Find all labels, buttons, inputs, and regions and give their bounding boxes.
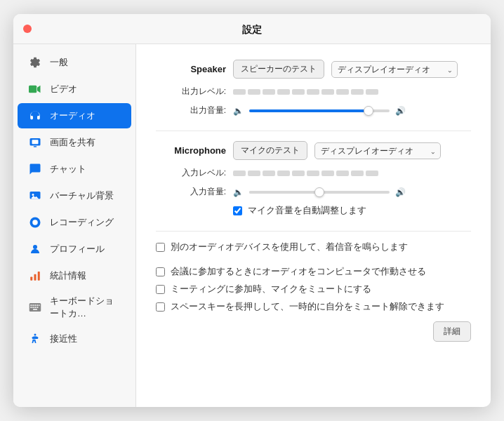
output-level-row: 出力レベル: [156, 86, 471, 98]
svg-rect-21 [37, 307, 38, 308]
speaker-device-wrapper: ディスプレイオーディオ [331, 61, 458, 78]
svg-rect-10 [34, 274, 37, 281]
output-volume-row: 出力音量: 🔈 🔊 [156, 105, 471, 116]
microphone-row: Microphone マイクのテスト ディスプレイオーディオ [156, 141, 471, 160]
speaker-device-select[interactable]: ディスプレイオーディオ [331, 61, 458, 78]
sidebar-item-profile-label: プロフィール [50, 243, 105, 255]
level-bar-8 [336, 89, 349, 95]
input-level-bar-10 [366, 171, 378, 176]
auto-adjust-checkbox[interactable] [233, 206, 242, 215]
sidebar-item-virtual-bg[interactable]: バーチャル背景 [18, 183, 131, 208]
svg-point-5 [32, 194, 34, 196]
level-bar-10 [366, 89, 378, 95]
join-audio-label: 会議に参加するときにオーディオをコンピュータで作動させる [171, 266, 426, 278]
output-volume-thumb[interactable] [364, 106, 373, 116]
svg-rect-13 [30, 305, 32, 306]
video-icon [27, 81, 43, 97]
meeting-options-section: 会議に参加するときにオーディオをコンピュータで作動させる ミーティングに参加時、… [156, 266, 471, 313]
input-level-bar-4 [277, 171, 290, 176]
input-volume-row: 入力音量: 🔈 🔊 [156, 186, 471, 198]
auto-adjust-container: マイク音量を自動調整します [233, 205, 366, 217]
microphone-section: Microphone マイクのテスト ディスプレイオーディオ 入力レベル: [156, 141, 471, 217]
svg-rect-19 [32, 307, 34, 308]
sidebar-item-general[interactable]: 一般 [18, 50, 131, 75]
svg-rect-14 [32, 305, 34, 306]
sidebar-item-chat[interactable]: チャット [18, 156, 131, 182]
speaker-section: Speaker スピーカーのテスト ディスプレイオーディオ 出力レベル: [156, 60, 471, 116]
sidebar-item-recording[interactable]: レコーディング [18, 210, 131, 235]
section-divider-1 [156, 131, 471, 131]
auto-adjust-label: マイク音量を自動調整します [248, 205, 366, 217]
separate-device-label: 別のオーディオデバイスを使用して、着信音を鳴らします [171, 241, 408, 253]
sidebar-item-chat-label: チャット [50, 163, 86, 175]
sidebar-item-accessibility-label: 接近性 [50, 333, 77, 345]
detail-button[interactable]: 詳細 [433, 321, 471, 342]
svg-rect-15 [34, 305, 36, 306]
svg-rect-18 [30, 307, 32, 308]
svg-rect-3 [32, 140, 39, 144]
bottom-row: 詳細 [156, 321, 471, 342]
sidebar-item-share[interactable]: 画面を共有 [18, 130, 131, 155]
speaker-row: Speaker スピーカーのテスト ディスプレイオーディオ [156, 60, 471, 79]
input-volume-fill [249, 191, 319, 194]
volume-low-icon: 🔈 [233, 106, 244, 116]
sidebar-item-accessibility[interactable]: 接近性 [18, 326, 131, 352]
space-mute-checkbox[interactable] [156, 302, 165, 312]
speaker-test-button[interactable]: スピーカーのテスト [233, 60, 324, 79]
mic-device-wrapper: ディスプレイオーディオ [314, 142, 441, 159]
input-volume-thumb[interactable] [314, 187, 324, 197]
join-audio-checkbox[interactable] [156, 267, 165, 276]
sidebar-item-keyboard[interactable]: キーボードショートカ… [18, 290, 131, 325]
svg-point-23 [34, 334, 37, 336]
space-mute-row: スペースキーを長押しして、一時的に自分をミュート解除できます [156, 301, 471, 313]
mic-device-select[interactable]: ディスプレイオーディオ [314, 142, 441, 159]
close-button[interactable] [23, 25, 32, 33]
svg-rect-20 [34, 307, 36, 308]
chat-icon [27, 161, 43, 177]
mute-on-join-checkbox[interactable] [156, 285, 165, 294]
output-volume-slider[interactable] [249, 109, 390, 112]
input-volume-low-icon: 🔈 [233, 187, 244, 197]
svg-rect-17 [39, 305, 40, 306]
spacer [156, 259, 471, 266]
separate-device-checkbox[interactable] [156, 243, 165, 252]
svg-point-7 [32, 220, 38, 225]
input-volume-high-icon: 🔊 [395, 187, 406, 197]
keyboard-icon [27, 300, 43, 315]
output-volume-fill [249, 109, 369, 112]
microphone-label: Microphone [156, 145, 226, 156]
share-icon [27, 135, 43, 150]
main-content: 一般 ビデオ オーディオ [13, 44, 491, 407]
sidebar-item-audio[interactable]: オーディオ [18, 103, 131, 128]
input-level-bar-1 [233, 171, 246, 176]
input-level-bar-6 [307, 171, 319, 176]
settings-window: 設定 一般 [13, 14, 491, 407]
level-bar-5 [292, 89, 305, 95]
mic-test-button[interactable]: マイクのテスト [233, 141, 307, 160]
input-level-bar-8 [336, 171, 349, 176]
sidebar-item-general-label: 一般 [50, 56, 68, 69]
input-volume-slider[interactable] [249, 191, 390, 194]
accessibility-icon [27, 331, 43, 347]
sidebar-item-video[interactable]: ビデオ [18, 76, 131, 102]
sidebar-item-profile[interactable]: プロフィール [18, 236, 131, 262]
volume-high-icon: 🔊 [395, 106, 406, 116]
mute-on-join-label: ミーティングに参加時、マイクをミュートにする [171, 283, 371, 295]
record-icon [27, 215, 43, 230]
traffic-lights [23, 25, 32, 33]
input-volume-label: 入力音量: [156, 186, 226, 198]
svg-rect-11 [38, 272, 40, 281]
level-bar-3 [263, 89, 275, 95]
input-level-bar-5 [292, 171, 305, 176]
space-mute-label: スペースキーを長押しして、一時的に自分をミュート解除できます [171, 301, 444, 313]
input-level-bar-2 [248, 171, 260, 176]
sidebar-item-keyboard-label: キーボードショートカ… [50, 295, 121, 320]
sidebar-item-virtual-bg-label: バーチャル背景 [50, 189, 114, 202]
sidebar-item-audio-label: オーディオ [50, 109, 95, 122]
sidebar: 一般 ビデオ オーディオ [13, 44, 136, 407]
input-volume-control: 🔈 🔊 [233, 187, 406, 197]
sidebar-item-stats[interactable]: 統計情報 [18, 263, 131, 288]
svg-rect-22 [33, 309, 37, 310]
title-bar: 設定 [13, 14, 491, 44]
output-level-label: 出力レベル: [156, 86, 226, 98]
